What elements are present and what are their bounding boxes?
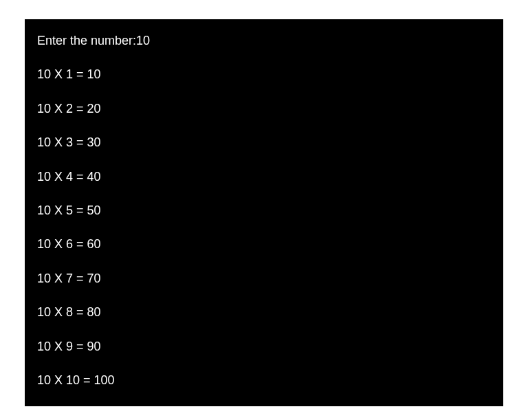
output-line: 10 X 3 = 30 [37, 135, 491, 151]
output-line: 10 X 2 = 20 [37, 101, 491, 117]
output-line: 10 X 9 = 90 [37, 339, 491, 355]
console-output: Enter the number:10 10 X 1 = 10 10 X 2 =… [25, 19, 503, 406]
input-prompt-line: Enter the number:10 [37, 33, 491, 49]
output-line: 10 X 4 = 40 [37, 169, 491, 185]
output-line: 10 X 8 = 80 [37, 305, 491, 320]
input-prompt-value: 10 [136, 34, 150, 47]
output-line: 10 X 6 = 60 [37, 236, 491, 252]
output-line: 10 X 1 = 10 [37, 67, 491, 82]
output-line: 10 X 7 = 70 [37, 271, 491, 287]
output-line: 10 X 5 = 50 [37, 203, 491, 219]
input-prompt-label: Enter the number: [37, 34, 136, 47]
output-line: 10 X 10 = 100 [37, 373, 491, 388]
